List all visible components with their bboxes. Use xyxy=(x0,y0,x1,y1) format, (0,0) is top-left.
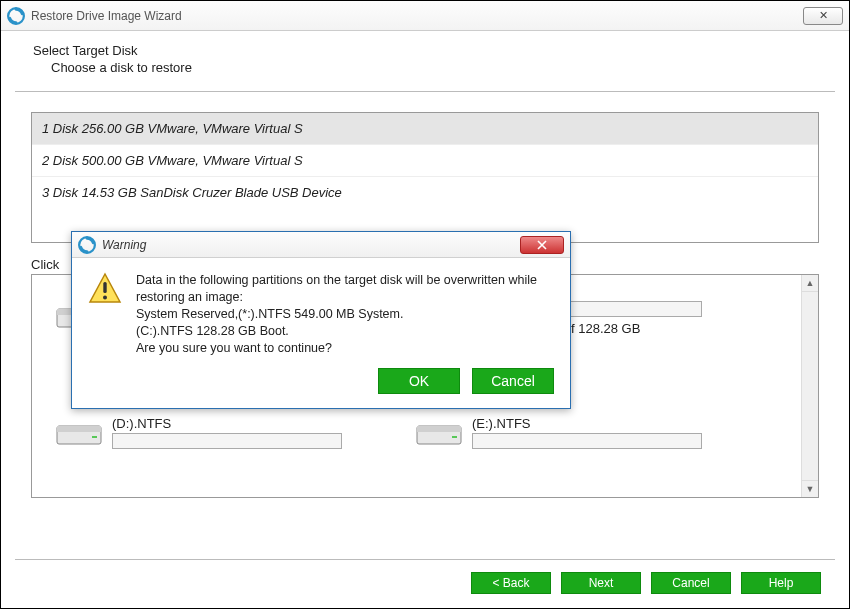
disk-row[interactable]: 3 Disk 14.53 GB SanDisk Cruzer Blade USB… xyxy=(32,176,818,208)
svg-point-20 xyxy=(103,296,107,300)
volume-usage-bar xyxy=(112,433,342,449)
dialog-title: Warning xyxy=(102,238,146,252)
svg-rect-11 xyxy=(92,436,97,438)
app-icon xyxy=(78,236,96,254)
scroll-up-icon[interactable]: ▲ xyxy=(802,275,818,292)
volume-item[interactable]: (E:).NTFS xyxy=(416,416,716,473)
volume-item[interactable]: (D:).NTFS xyxy=(56,416,356,473)
svg-rect-14 xyxy=(452,436,457,438)
next-button[interactable]: Next xyxy=(561,572,641,594)
page-title: Select Target Disk xyxy=(33,43,817,58)
svg-rect-19 xyxy=(103,282,106,293)
drive-icon xyxy=(56,418,102,448)
svg-rect-13 xyxy=(417,426,461,432)
dialog-cancel-button[interactable]: Cancel xyxy=(472,368,554,394)
dialog-titlebar: Warning xyxy=(72,232,570,258)
back-button[interactable]: < Back xyxy=(471,572,551,594)
volume-name: (D:).NTFS xyxy=(112,416,356,431)
scroll-down-icon[interactable]: ▼ xyxy=(802,480,818,497)
dialog-ok-button[interactable]: OK xyxy=(378,368,460,394)
warning-icon xyxy=(88,272,122,306)
disk-row[interactable]: 1 Disk 256.00 GB VMware, VMware Virtual … xyxy=(32,113,818,144)
volume-name: (E:).NTFS xyxy=(472,416,716,431)
wizard-footer: < Back Next Cancel Help xyxy=(15,559,835,608)
warning-dialog: Warning Data in the following partitions… xyxy=(71,231,571,409)
volume-usage-bar xyxy=(472,433,702,449)
svg-rect-10 xyxy=(57,426,101,432)
app-icon xyxy=(7,7,25,25)
disk-row[interactable]: 2 Disk 500.00 GB VMware, VMware Virtual … xyxy=(32,144,818,176)
scrollbar[interactable]: ▲ ▼ xyxy=(801,275,818,497)
dialog-close-button[interactable] xyxy=(520,236,564,254)
cancel-button[interactable]: Cancel xyxy=(651,572,731,594)
titlebar: Restore Drive Image Wizard ✕ xyxy=(1,1,849,31)
window-close-button[interactable]: ✕ xyxy=(803,7,843,25)
wizard-header: Select Target Disk Choose a disk to rest… xyxy=(15,31,835,92)
drive-icon xyxy=(416,418,462,448)
dialog-message: Data in the following partitions on the … xyxy=(136,272,554,356)
window-title: Restore Drive Image Wizard xyxy=(31,9,182,23)
disk-list: 1 Disk 256.00 GB VMware, VMware Virtual … xyxy=(31,112,819,243)
help-button[interactable]: Help xyxy=(741,572,821,594)
page-subtitle: Choose a disk to restore xyxy=(51,60,817,75)
